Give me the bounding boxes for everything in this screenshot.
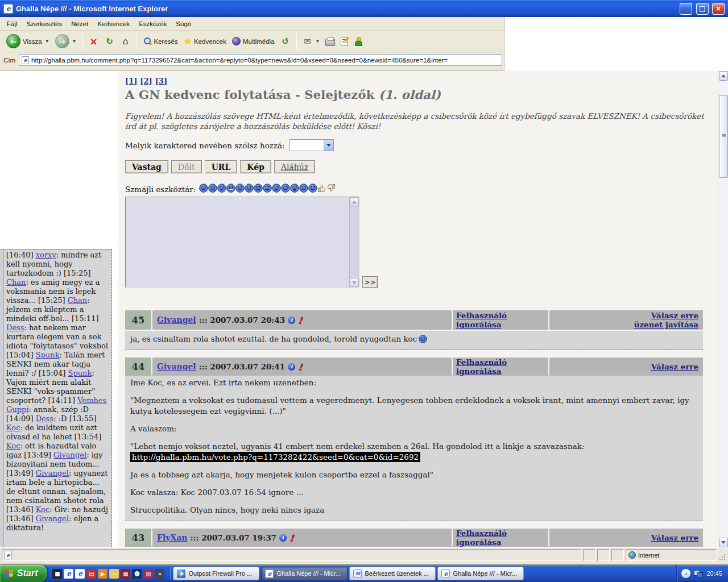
menu-item-eszkzk[interactable]: Eszközök	[134, 19, 171, 29]
forward-button[interactable]: → ▼	[52, 33, 80, 49]
address-input[interactable]: e http://ghalla.pbm.hu/comment.php?q=117…	[19, 54, 502, 66]
maximize-button[interactable]: □	[696, 3, 709, 15]
scrollbar-thumb[interactable]	[719, 95, 728, 178]
reply-link[interactable]: Válasz erre	[651, 533, 698, 542]
smiley-thumb-down-icon[interactable]	[326, 184, 336, 193]
page-link-1[interactable]: [1]	[125, 77, 137, 85]
quicklaunch-ie-icon[interactable]: e	[64, 569, 73, 579]
quicklaunch-user-icon[interactable]: ☻	[132, 569, 142, 579]
smiley-grin-icon[interactable]	[226, 184, 235, 193]
format-button-url[interactable]: URL	[205, 160, 238, 173]
chat-user-link[interactable]: Chan	[68, 296, 87, 305]
back-button[interactable]: ← Vissza ▼	[3, 33, 52, 49]
quicklaunch-media-icon[interactable]: ▶	[98, 569, 107, 579]
search-button[interactable]: Keresés	[140, 36, 181, 47]
smiley-plain-icon[interactable]	[308, 184, 317, 193]
textarea-scroll-up-icon[interactable]	[350, 197, 359, 206]
mail-button[interactable]: ✉ ▼	[300, 35, 323, 48]
ignore-user-link[interactable]: Felhasználó ignorálása	[456, 311, 548, 329]
menu-item-fjl[interactable]: Fájl	[2, 19, 22, 29]
textarea-scroll-down-icon[interactable]	[350, 278, 359, 287]
smiley-thumb-up-icon[interactable]	[317, 184, 326, 193]
page-link-3[interactable]: [3]	[155, 77, 167, 85]
messenger-button[interactable]	[351, 36, 365, 47]
chat-user-link[interactable]: Dess	[6, 323, 24, 332]
media-button[interactable]: Multimédia	[229, 36, 278, 47]
chat-user-link[interactable]: Spunk	[36, 351, 60, 359]
info-icon[interactable]: i	[288, 317, 295, 324]
scroll-down-button[interactable]	[719, 538, 728, 547]
info-icon[interactable]: i	[288, 363, 295, 371]
select-dropdown-icon[interactable]	[324, 140, 333, 151]
refresh-button[interactable]: ↻	[102, 35, 118, 48]
favorites-button[interactable]: ★ Kedvencek	[181, 35, 229, 48]
comment-textarea[interactable]	[125, 197, 359, 288]
chat-user-link[interactable]: Spunk	[68, 369, 92, 377]
edit-button[interactable]	[338, 36, 351, 47]
chat-user-link[interactable]: Koc	[6, 423, 20, 432]
close-button[interactable]: ×	[712, 3, 725, 15]
chat-user-link[interactable]: Givangel	[36, 514, 69, 523]
format-button-vastag[interactable]: Vastag	[125, 160, 168, 173]
post-author-link[interactable]: Givangel	[157, 315, 196, 325]
smiley-tongue-icon[interactable]	[245, 184, 254, 193]
quicklaunch-grid-icon[interactable]: ▦	[121, 569, 130, 579]
textarea-scrollbar[interactable]	[349, 197, 359, 287]
format-button-dőlt[interactable]: Dőlt	[171, 160, 202, 173]
chat-user-link[interactable]: Givangel	[36, 469, 69, 477]
highlighted-vote-link[interactable]: http://ghalla.pbm.hu/vote.php?q=11732824…	[130, 452, 420, 462]
submit-button[interactable]: >>	[362, 276, 378, 288]
scroll-up-button[interactable]	[719, 71, 728, 81]
quicklaunch-folder-icon[interactable]: ▭	[109, 569, 119, 579]
start-button[interactable]: Start	[0, 565, 47, 582]
chat-user-link[interactable]: Koc	[36, 505, 49, 514]
smiley-neutral-icon[interactable]	[235, 184, 245, 193]
task-button[interactable]: ◈Outpost Firewall Pro ...	[173, 567, 259, 580]
smiley-shocked-icon[interactable]	[290, 184, 299, 193]
smiley-rolleyes-icon[interactable]	[263, 184, 272, 193]
menu-item-kedvencek[interactable]: Kedvencek	[93, 19, 134, 29]
tray-chevron-icon[interactable]: ‹	[681, 569, 690, 578]
post-author-link[interactable]: Givangel	[157, 362, 196, 371]
smiley-smile-icon[interactable]	[199, 184, 208, 193]
smiley-wink-icon[interactable]	[281, 184, 290, 193]
network-tray-icon[interactable]	[694, 570, 703, 577]
smiley-surprised-icon[interactable]	[217, 184, 226, 193]
quicklaunch-chart-icon[interactable]: ▥	[143, 569, 153, 579]
menu-item-szerkeszts[interactable]: Szerkesztés	[22, 19, 67, 29]
menu-item-sg[interactable]: Súgó	[171, 19, 196, 29]
smiley-angry-icon[interactable]	[254, 184, 263, 193]
chat-user-link[interactable]: xorxy	[36, 251, 56, 259]
stop-button[interactable]: ×	[86, 35, 102, 48]
task-button[interactable]: eGhalla Népe /// - Micr...	[437, 567, 524, 580]
smiley-dizzy-icon[interactable]	[299, 184, 308, 193]
quicklaunch-app-icon[interactable]: ■	[52, 569, 62, 579]
chat-scrollbar[interactable]	[0, 250, 4, 547]
quicklaunch-arrow-icon[interactable]: »	[155, 569, 164, 579]
info-icon[interactable]: i	[279, 534, 287, 542]
character-select[interactable]	[289, 139, 334, 151]
quicklaunch-save-icon[interactable]: ▤	[86, 569, 96, 579]
post-author-link[interactable]: FlyXan	[157, 533, 188, 542]
chat-user-link[interactable]: Chan	[6, 278, 26, 286]
smiley-sad-icon[interactable]	[208, 184, 217, 193]
format-button-aláhúz[interactable]: Aláhúz	[274, 160, 315, 173]
chat-user-link[interactable]: Givangel	[53, 451, 86, 459]
quicklaunch-ie-icon[interactable]: e	[75, 569, 85, 579]
ignore-user-link[interactable]: Felhasználó ignorálása	[456, 357, 548, 376]
smiley-smirk-icon[interactable]	[272, 184, 281, 193]
resize-grip[interactable]	[718, 549, 726, 561]
format-button-kép[interactable]: Kép	[240, 160, 271, 173]
edit-message-link[interactable]: üzenet javítása	[634, 320, 698, 329]
reply-link[interactable]: Válasz erre	[651, 311, 698, 320]
home-button[interactable]: ⌂	[118, 35, 134, 48]
minimize-button[interactable]: _	[680, 3, 692, 15]
chat-user-link[interactable]: Koc	[6, 442, 20, 450]
print-button[interactable]	[322, 36, 338, 47]
reply-link[interactable]: Válasz erre	[651, 362, 698, 371]
ignore-user-link[interactable]: Felhasználó ignorálása	[456, 529, 548, 547]
task-button[interactable]: ✉Beérkezett üzenetek ...	[349, 567, 436, 580]
chat-user-link[interactable]: Dess	[36, 414, 53, 423]
history-button[interactable]: ↺	[278, 35, 293, 48]
task-button[interactable]: eGhalla Népe /// - Micr...	[261, 567, 348, 580]
